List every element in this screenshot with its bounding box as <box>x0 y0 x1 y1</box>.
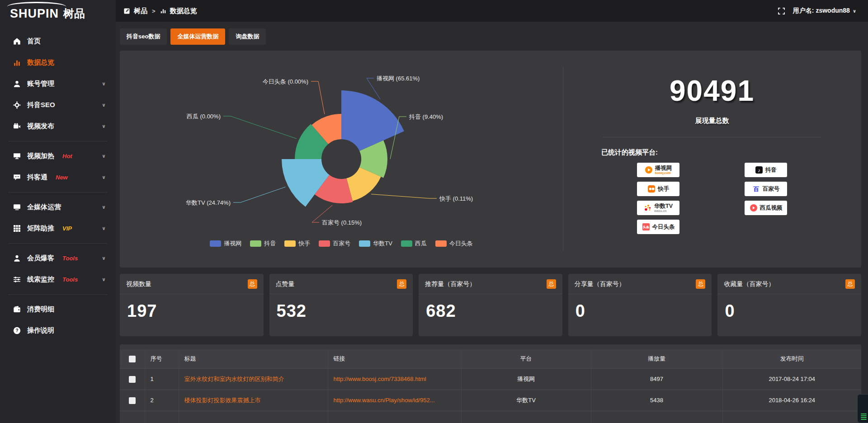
stat-card-点赞量: 点赞量总532 <box>269 274 413 336</box>
total-badge[interactable]: 总 <box>696 279 705 289</box>
legend-item-播视网[interactable]: 播视网 <box>210 240 241 248</box>
table-row[interactable]: 2楼体投影灯投影效果震撼上市http://www.wasu.cn/Play/sh… <box>120 390 861 411</box>
column-header-序号[interactable]: 序号 <box>145 349 179 368</box>
platform-name: 华数TV <box>654 203 673 209</box>
total-badge[interactable]: 总 <box>397 279 406 289</box>
video-title-link[interactable]: 室外水纹灯和室内水纹灯的区别和简介 <box>179 368 328 390</box>
breadcrumb-separator: > <box>152 8 156 14</box>
total-badge[interactable]: 总 <box>248 279 257 289</box>
breadcrumb-root[interactable]: 树品 <box>134 7 147 15</box>
platform-badge-今日头条[interactable]: 头条今日头条 <box>637 220 679 234</box>
stat-card-value: 197 <box>120 294 264 328</box>
platform-badges: 播视网boosj.com♪抖音快手百百家号华数TVwasu.cn西瓜视频头条今日… <box>637 163 787 234</box>
kuaishou-logo <box>647 185 656 193</box>
svg-text:?: ? <box>15 328 18 333</box>
platform-badge-西瓜视频[interactable]: 西瓜视频 <box>745 201 787 215</box>
sidebar-item-douketong[interactable]: 抖客通New∨ <box>0 167 116 188</box>
sidebar-item-label: 视频发布 <box>27 122 54 131</box>
total-badge[interactable]: 总 <box>547 279 556 289</box>
sidebar-item-heat[interactable]: 视频加热Hot∨ <box>0 146 116 167</box>
video-url-link[interactable]: http://www.boosj.com/7338468.html <box>328 368 461 390</box>
table-row[interactable]: 1室外水纹灯和室内水纹灯的区别和简介http://www.boosj.com/7… <box>120 368 861 390</box>
legend-item-快手[interactable]: 快手 <box>284 240 310 248</box>
column-header-平台[interactable]: 平台 <box>461 349 591 368</box>
username-label: 用户名: zswodun88 <box>793 7 850 15</box>
douyin-logo: ♪ <box>755 166 763 174</box>
column-header-发布时间[interactable]: 发布时间 <box>722 349 861 368</box>
tab-抖音seo数据[interactable]: 抖音seo数据 <box>120 28 167 45</box>
table-cell: 播视网 <box>461 368 591 390</box>
sidebar-item-media[interactable]: 全媒体运营∨ <box>0 197 116 218</box>
gear-icon <box>13 101 21 109</box>
sidebar-item-publish[interactable]: 视频发布∨ <box>0 116 116 137</box>
edit-square-icon <box>124 8 130 14</box>
pie-label: 华数TV (24.74%) <box>186 199 231 206</box>
platform-badge-快手[interactable]: 快手 <box>637 182 679 196</box>
pie-slice-播视网[interactable] <box>341 90 404 151</box>
legend-item-今日头条[interactable]: 今日头条 <box>435 240 473 248</box>
pie-chart-area: 播视网 (65.61%)抖音 (9.40%)快手 (0.11%)百家号 (0.1… <box>120 51 563 268</box>
platform-badge-抖音[interactable]: ♪抖音 <box>745 163 787 177</box>
row-checkbox[interactable] <box>129 397 136 404</box>
chevron-down-icon: ∨ <box>853 9 856 14</box>
row-checkbox[interactable] <box>129 376 136 383</box>
sidebar-item-help[interactable]: ?操作说明 <box>0 320 116 341</box>
impressions-total-label: 展现量总数 <box>695 117 729 125</box>
stat-card-视频数量: 视频数量总197 <box>120 274 264 336</box>
column-header-链接[interactable]: 链接 <box>328 349 461 368</box>
legend-item-抖音[interactable]: 抖音 <box>250 240 276 248</box>
column-header-标题[interactable]: 标题 <box>179 349 328 368</box>
stat-card-header: 点赞量总 <box>269 274 413 294</box>
sidebar-item-label: 视频加热 <box>27 152 54 160</box>
table-header-row: 序号标题链接平台播放量发布时间 <box>120 349 861 368</box>
pie-label: 抖音 (9.40%) <box>409 113 443 120</box>
tab-全媒体运营数据[interactable]: 全媒体运营数据 <box>170 28 225 45</box>
video-title-link[interactable]: 楼体投影灯投影效果震撼上市 <box>179 390 328 411</box>
sidebar-divider <box>8 141 108 141</box>
pie-slice-华数TV[interactable] <box>282 159 330 207</box>
total-badge[interactable]: 总 <box>845 279 855 289</box>
select-all-checkbox[interactable] <box>129 356 136 362</box>
stat-card-value: 0 <box>717 294 861 328</box>
sidebar-item-home[interactable]: 首页 <box>0 31 116 52</box>
fullscreen-icon[interactable] <box>778 8 785 14</box>
bar-chart-icon <box>13 59 21 67</box>
bar-chart-icon <box>160 8 166 14</box>
table-cell: 5438 <box>591 390 722 411</box>
stat-card-title: 视频数量 <box>126 280 151 288</box>
user-menu[interactable]: 用户名: zswodun88 ∨ <box>793 7 856 15</box>
platform-badge-华数TV[interactable]: 华数TVwasu.cn <box>637 201 679 215</box>
stat-card-value: 682 <box>419 294 562 328</box>
legend-label: 西瓜 <box>415 240 427 248</box>
legend-item-百家号[interactable]: 百家号 <box>319 240 350 248</box>
tab-询盘数据[interactable]: 询盘数据 <box>229 28 266 45</box>
svg-text:头条: 头条 <box>643 226 649 229</box>
column-header-播放量[interactable]: 播放量 <box>591 349 722 368</box>
sidebar-item-overview[interactable]: 数据总览 <box>0 52 116 73</box>
stat-card-title: 点赞量 <box>276 280 295 288</box>
platform-name: 快手 <box>658 186 669 192</box>
table-cell: 2018-04-26 16:24 <box>722 390 861 411</box>
video-url-link[interactable]: http://www.wasu.cn/Play/show/id/952... <box>328 390 461 411</box>
table-head: 序号标题链接平台播放量发布时间 <box>120 349 861 368</box>
sidebar-item-matrix[interactable]: 矩阵助推VIP∨ <box>0 218 116 239</box>
legend-item-华数TV[interactable]: 华数TV <box>359 240 392 248</box>
sidebar-item-member[interactable]: 会员爆客Tools∨ <box>0 248 116 269</box>
pie-label-line <box>311 81 325 114</box>
sidebar-item-label: 会员爆客 <box>27 254 54 263</box>
sidebar-item-clue[interactable]: 线索监控Tools∨ <box>0 269 116 290</box>
platform-sub: wasu.cn <box>654 209 673 212</box>
sidebar-item-account[interactable]: 账号管理∨ <box>0 73 116 94</box>
platform-badge-播视网[interactable]: 播视网boosj.com <box>637 163 679 177</box>
chart-legend: 播视网抖音快手百家号华数TV西瓜今日头条 <box>120 240 563 248</box>
legend-item-西瓜[interactable]: 西瓜 <box>401 240 427 248</box>
platform-name: 西瓜视频 <box>760 205 783 211</box>
stat-card-收藏量（百家号）: 收藏量（百家号）总0 <box>717 274 861 336</box>
floating-widget[interactable] <box>857 394 868 423</box>
platform-name: 百家号 <box>763 186 780 192</box>
platform-badge-百家号[interactable]: 百百家号 <box>745 182 787 196</box>
sidebar-item-expense[interactable]: 消费明细 <box>0 299 116 320</box>
page-content: 抖音seo数据全媒体运营数据询盘数据 播视网 (65.61%)抖音 (9.40%… <box>116 22 868 423</box>
stat-card-value: 532 <box>269 294 413 328</box>
sidebar-item-seo[interactable]: 抖音SEO∨ <box>0 94 116 116</box>
